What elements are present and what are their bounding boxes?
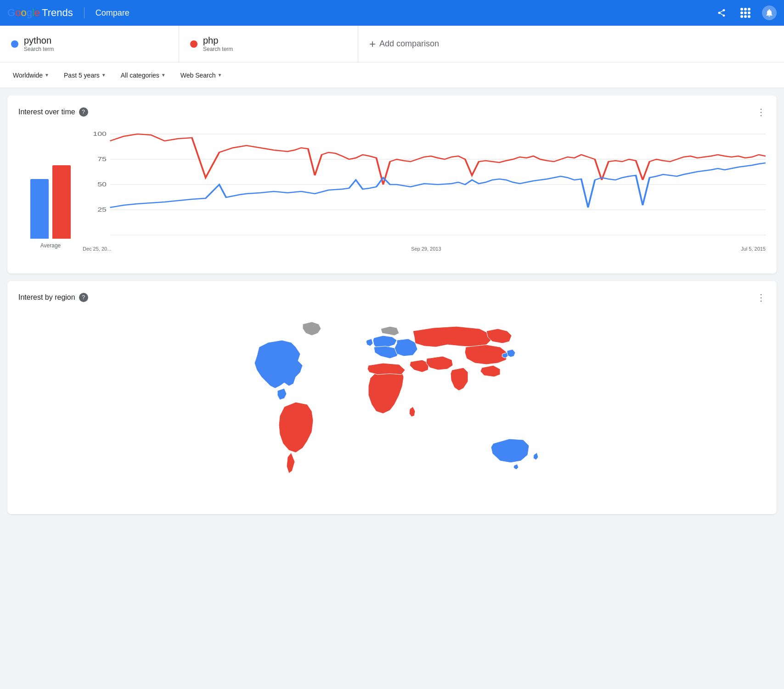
interest-by-region-title: Interest by region [18,293,75,302]
python-info: python Search term [24,35,54,52]
interest-by-region-more[interactable]: ⋮ [756,292,766,303]
filter-category-label: All categories [121,72,159,79]
svg-text:50: 50 [97,181,107,187]
average-bar-python [30,179,49,239]
interest-over-time-title: Interest over time [18,108,75,116]
filter-time[interactable]: Past 5 years ▼ [58,68,112,83]
world-map-container [18,310,766,503]
x-label-2: Sep 29, 2013 [411,246,441,252]
filter-time-label: Past 5 years [64,72,100,79]
type-dropdown-arrow: ▼ [217,73,222,78]
add-comparison-button[interactable]: + Add comparison [358,26,450,62]
interest-by-region-help[interactable]: ? [79,293,88,302]
chart-container: Average 100 75 50 [18,125,766,263]
card-header-time: Interest over time ? ⋮ [18,106,766,118]
interest-over-time-help[interactable]: ? [79,107,88,117]
svg-text:100: 100 [93,131,107,137]
filter-search-type[interactable]: Web Search ▼ [175,68,228,83]
filter-location[interactable]: Worldwide ▼ [7,68,55,83]
main-content: Interest over time ? ⋮ Average [0,88,784,521]
x-axis-labels: Dec 25, 20... Sep 29, 2013 Jul 5, 2015 [83,244,766,252]
filter-type-label: Web Search [180,72,216,79]
svg-text:75: 75 [97,156,107,162]
php-info: php Search term [203,35,233,52]
filter-bar: Worldwide ▼ Past 5 years ▼ All categorie… [0,62,784,88]
location-dropdown-arrow: ▼ [45,73,49,78]
filter-location-label: Worldwide [13,72,43,79]
google-trends-logo: Google Trends [7,7,73,19]
average-bar-php [52,165,71,239]
header-title: Compare [96,8,130,18]
category-dropdown-arrow: ▼ [161,73,166,78]
add-comparison-label: Add comparison [379,39,439,49]
search-term-python[interactable]: python Search term [0,26,179,62]
interest-over-time-more[interactable]: ⋮ [756,106,766,118]
chart-sidebar: Average [18,125,83,263]
card-title-row-time: Interest over time ? [18,107,88,117]
card-header-region: Interest by region ? ⋮ [18,292,766,303]
python-name: python [24,35,54,46]
world-map-svg [231,310,553,503]
search-term-php[interactable]: php Search term [179,26,358,62]
app-header: Google Trends Compare [0,0,784,26]
header-divider [84,7,85,18]
card-title-row-region: Interest by region ? [18,293,88,302]
interest-over-time-card: Interest over time ? ⋮ Average [7,95,777,274]
x-label-3: Jul 5, 2015 [741,246,766,252]
chart-main: 100 75 50 25 Dec 25, 20... Sep 29, 2013 … [83,125,766,263]
apps-icon[interactable] [738,6,753,20]
chart-svg: 100 75 50 25 [83,125,766,244]
php-name: php [203,35,233,46]
search-terms-bar: python Search term php Search term + Add… [0,26,784,62]
php-type: Search term [203,46,233,52]
notifications-icon[interactable] [762,6,777,20]
svg-text:25: 25 [97,207,107,213]
average-label: Average [40,242,61,249]
share-icon[interactable] [714,6,729,20]
line-chart-svg: 100 75 50 25 [83,125,766,244]
average-bar-chart [30,147,71,239]
time-dropdown-arrow: ▼ [102,73,106,78]
trends-label: Trends [42,7,73,19]
x-label-1: Dec 25, 20... [83,246,111,252]
python-dot [11,40,18,48]
add-plus-icon: + [369,38,376,50]
php-dot [190,40,197,48]
google-logo-text: Google [7,7,40,19]
python-type: Search term [24,46,54,52]
apps-grid [740,8,750,18]
filter-category[interactable]: All categories ▼ [115,68,171,83]
interest-by-region-card: Interest by region ? ⋮ [7,281,777,514]
header-actions [714,6,777,20]
